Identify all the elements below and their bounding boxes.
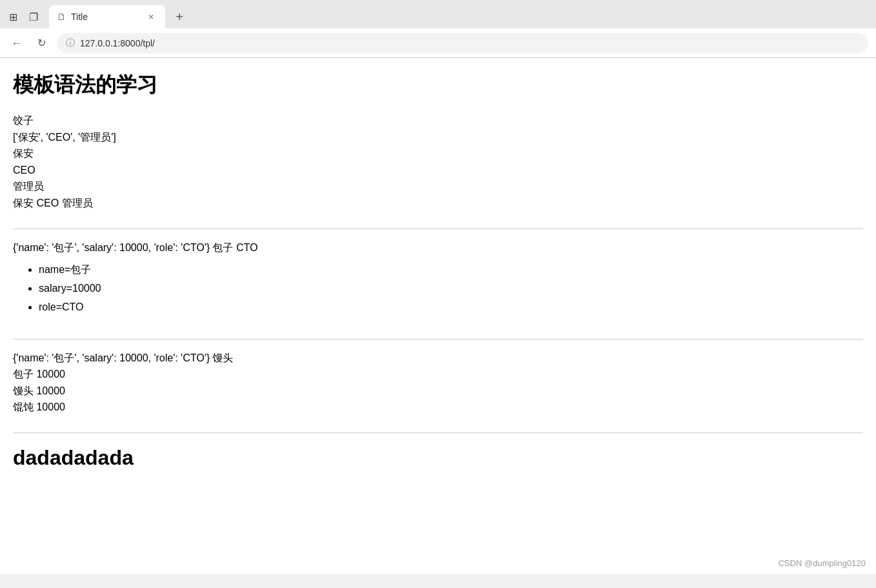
section2-list: name=包子 salary=10000 role=CTO bbox=[13, 261, 863, 316]
page-title: 模板语法的学习 bbox=[13, 71, 863, 99]
section1-line4: CEO bbox=[13, 162, 863, 179]
tab-title: Title bbox=[71, 12, 88, 22]
list-item-1: name=包子 bbox=[39, 261, 863, 279]
divider-1 bbox=[13, 228, 863, 229]
url-text: 127.0.0.1:8000/tpl/ bbox=[80, 38, 155, 48]
section-2: {'name': '包子', 'salary': 10000, 'role': … bbox=[13, 239, 863, 332]
tab-close-button[interactable]: × bbox=[145, 10, 158, 23]
list-item-2: salary=10000 bbox=[39, 279, 863, 298]
footer-bold-text: dadadadada bbox=[13, 446, 863, 470]
section3-line3: 馒头 10000 bbox=[13, 383, 863, 400]
section1-line1: 饺子 bbox=[13, 112, 863, 129]
section1-line5: 管理员 bbox=[13, 178, 863, 195]
active-tab[interactable]: 🗋 Title × bbox=[49, 5, 165, 28]
layers-icon[interactable]: ❐ bbox=[26, 9, 41, 25]
tab-bar: ⊞ ❐ 🗋 Title × + bbox=[0, 0, 876, 28]
divider-3 bbox=[13, 432, 863, 433]
section-3: {'name': '包子', 'salary': 10000, 'role': … bbox=[13, 350, 863, 426]
section3-line2: 包子 10000 bbox=[13, 366, 863, 383]
section1-line3: 保安 bbox=[13, 145, 863, 162]
new-tab-button[interactable]: + bbox=[170, 8, 188, 26]
back-button[interactable]: ← bbox=[8, 34, 26, 52]
browser-icons-left: ⊞ ❐ bbox=[5, 9, 41, 25]
section3-line4: 馄饨 10000 bbox=[13, 399, 863, 416]
section1-line2: ['保安', 'CEO', '管理员'] bbox=[13, 129, 863, 146]
info-icon: ⓘ bbox=[66, 37, 75, 49]
section-1: 饺子 ['保安', 'CEO', '管理员'] 保安 CEO 管理员 保安 CE… bbox=[13, 112, 863, 222]
grid-icon[interactable]: ⊞ bbox=[5, 9, 21, 25]
section3-line1: {'name': '包子', 'salary': 10000, 'role': … bbox=[13, 350, 863, 367]
page-content: 模板语法的学习 饺子 ['保安', 'CEO', '管理员'] 保安 CEO 管… bbox=[0, 58, 876, 574]
reload-button[interactable]: ↻ bbox=[32, 34, 50, 52]
address-bar-row: ← ↻ ⓘ 127.0.0.1:8000/tpl/ bbox=[0, 28, 876, 58]
browser-chrome: ⊞ ❐ 🗋 Title × + ← ↻ ⓘ 127.0.0.1:8000/tpl… bbox=[0, 0, 876, 58]
section1-line6: 保安 CEO 管理员 bbox=[13, 195, 863, 212]
watermark: CSDN @dumpling0120 bbox=[779, 558, 866, 568]
address-field[interactable]: ⓘ 127.0.0.1:8000/tpl/ bbox=[57, 33, 868, 54]
tab-page-icon: 🗋 bbox=[57, 12, 66, 22]
section2-line1: {'name': '包子', 'salary': 10000, 'role': … bbox=[13, 239, 863, 256]
divider-2 bbox=[13, 339, 863, 340]
list-item-3: role=CTO bbox=[39, 298, 863, 317]
